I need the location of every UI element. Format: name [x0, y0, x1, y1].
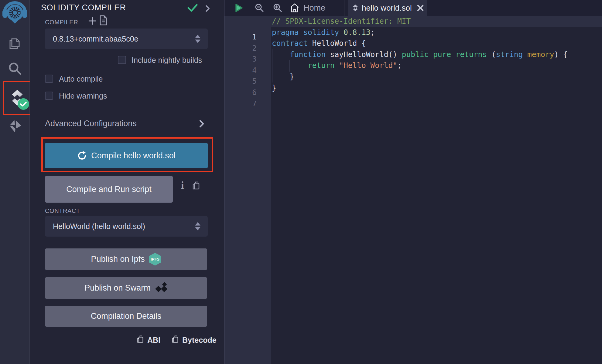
advanced-configurations-link[interactable]: Advanced Configurations	[45, 119, 137, 128]
contract-section-label: CONTRACT	[45, 207, 80, 214]
editor-area: 1234567 // SPDX-License-Identifier: MITp…	[224, 0, 602, 364]
solidity-compiler-panel: SOLIDITY COMPILER COMPILER 0.8.13+commit…	[30, 0, 224, 364]
editor-tab-bar: Home hello world.sol	[224, 0, 602, 16]
zoom-in-icon[interactable]	[273, 0, 282, 16]
activity-bar	[0, 0, 30, 364]
code-line[interactable]: return "Hello World";	[272, 60, 402, 71]
remix-logo-icon[interactable]	[2, 1, 27, 25]
deploy-and-run-icon[interactable]	[7, 118, 22, 135]
code-line[interactable]: contract HelloWorld {	[272, 38, 366, 49]
compile-button-label: Compile hello world.sol	[91, 151, 176, 160]
compile-button[interactable]: Compile hello world.sol	[45, 143, 208, 168]
code-line[interactable]: }	[272, 71, 294, 83]
add-compiler-icon[interactable]	[88, 16, 97, 27]
remix-ide-screen: SOLIDITY COMPILER COMPILER 0.8.13+commit…	[0, 0, 602, 364]
tab-hello-world-label: hello world.sol	[362, 3, 412, 13]
code-line[interactable]: // SPDX-License-Identifier: MIT	[272, 16, 411, 27]
copy-bytecode-icon[interactable]	[171, 335, 180, 345]
nightly-builds-checkbox[interactable]	[118, 56, 126, 64]
contract-select-value: HelloWorld (hello world.sol)	[53, 222, 145, 231]
compile-and-run-label: Compile and Run script	[66, 185, 152, 194]
zoom-out-icon[interactable]	[255, 0, 264, 16]
bytecode-link[interactable]: Bytecode	[182, 336, 217, 345]
code-line[interactable]: function sayHelloWorld() public pure ret…	[272, 49, 568, 60]
line-number: 7	[224, 98, 257, 110]
gutter: 1234567	[224, 16, 271, 364]
ipfs-icon: IPFS	[149, 253, 161, 266]
compiler-file-icon[interactable]	[99, 15, 107, 27]
solidity-file-icon	[352, 4, 359, 12]
tab-hello-world[interactable]: hello world.sol	[348, 0, 427, 16]
publish-swarm-button[interactable]: Publish on Swarm	[45, 277, 207, 299]
refresh-icon	[77, 151, 87, 160]
panel-collapse-chevron-icon[interactable]	[205, 5, 210, 13]
publish-swarm-label: Publish on Swarm	[84, 283, 151, 293]
compiled-check-icon	[187, 4, 198, 13]
tab-separator	[344, 0, 344, 16]
select-arrows-icon	[195, 222, 200, 231]
run-script-play-button[interactable]	[234, 0, 244, 16]
line-number: 4	[224, 65, 257, 76]
select-arrows-icon	[195, 35, 200, 43]
line-number: 6	[224, 87, 257, 98]
panel-title: SOLIDITY COMPILER	[41, 3, 126, 12]
search-icon[interactable]	[8, 62, 22, 77]
swarm-icon	[155, 283, 168, 294]
abi-link[interactable]: ABI	[147, 336, 160, 345]
advanced-expand-chevron-icon[interactable]	[199, 120, 204, 129]
info-icon[interactable]: i	[181, 180, 184, 191]
compile-and-run-button[interactable]: Compile and Run script	[45, 176, 173, 203]
contract-select[interactable]: HelloWorld (hello world.sol)	[45, 216, 208, 237]
abi-bytecode-row: ABI Bytecode	[136, 335, 217, 345]
copy-files-icon[interactable]	[8, 36, 22, 51]
line-number: 1	[224, 32, 257, 43]
copy-script-icon[interactable]	[192, 181, 201, 192]
code-line[interactable]: pragma solidity 0.8.13;	[272, 27, 375, 38]
line-number: 3	[224, 54, 257, 65]
publish-ipfs-label: Publish on Ipfs	[91, 254, 145, 264]
publish-ipfs-button[interactable]: Publish on Ipfs IPFS	[45, 248, 207, 270]
compile-success-badge	[18, 98, 29, 110]
hide-warnings-label: Hide warnings	[59, 92, 107, 100]
compilation-details-button[interactable]: Compilation Details	[45, 306, 207, 327]
close-tab-icon[interactable]	[417, 4, 424, 12]
compilation-details-label: Compilation Details	[91, 312, 162, 321]
copy-abi-icon[interactable]	[136, 335, 145, 345]
tab-home-label: Home	[303, 3, 325, 13]
line-number: 2	[224, 43, 257, 54]
line-number: 5	[224, 76, 257, 87]
auto-compile-label: Auto compile	[59, 75, 103, 83]
code-line[interactable]: }	[272, 83, 276, 94]
compiler-version-select[interactable]: 0.8.13+commit.abaa5c0e	[45, 29, 208, 49]
compiler-section-label: COMPILER	[45, 19, 78, 26]
tab-home[interactable]: Home	[290, 0, 325, 16]
home-icon	[290, 3, 299, 12]
compiler-version-value: 0.8.13+commit.abaa5c0e	[53, 35, 138, 43]
nightly-builds-label: Include nightly builds	[132, 56, 202, 65]
hide-warnings-checkbox[interactable]	[45, 92, 53, 100]
auto-compile-checkbox[interactable]	[45, 75, 53, 83]
